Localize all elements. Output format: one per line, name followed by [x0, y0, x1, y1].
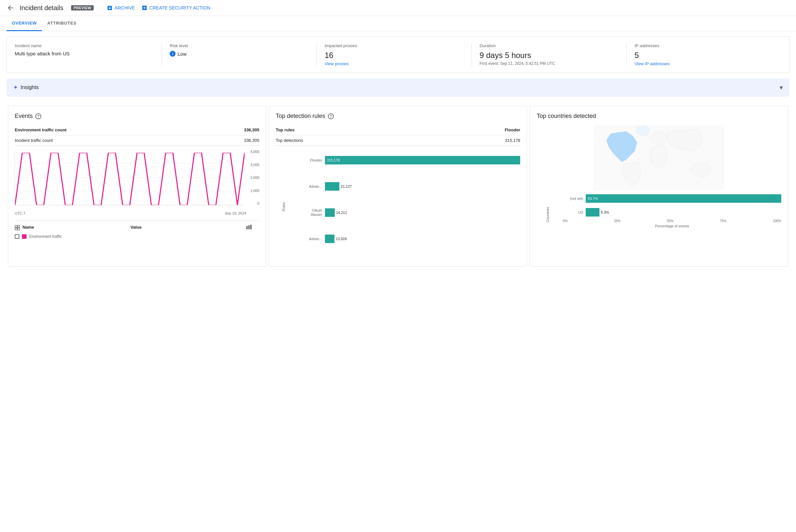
detection-rules-help-icon[interactable]: ?	[328, 113, 334, 119]
bar-value-oauth: 14,211	[336, 211, 347, 214]
bar-label-oauth: OAuthAbuser	[302, 208, 325, 217]
view-proxies-link[interactable]: View proxies	[325, 61, 463, 66]
risk-level-label: Risk level	[170, 43, 308, 48]
incident-info-card: Incident name Multi type attack from US …	[6, 36, 790, 73]
svg-rect-9	[246, 226, 248, 229]
bar-fill-flooder: 315,178	[325, 156, 520, 165]
svg-rect-10	[248, 225, 250, 229]
events-table: Environment traffic count 336,305 Incide…	[15, 125, 260, 146]
x-label-start: UTC-7	[15, 211, 25, 215]
preview-badge: PREVIEW	[71, 5, 93, 11]
bar-fill-oauth	[325, 208, 335, 217]
legend-header: Name Value	[15, 225, 260, 230]
y-label: 4,000	[250, 150, 260, 154]
svg-rect-7	[15, 228, 17, 230]
x-label-0: 0%	[563, 219, 567, 223]
x-label-100: 100%	[773, 219, 781, 223]
rules-summary-table: Top rules Flooder Top detections 315,178	[276, 125, 520, 146]
table-row: Top detections 315,178	[276, 135, 520, 146]
chart-plot-area	[15, 150, 245, 205]
bar-row-advan2: Advan... 13,924	[302, 232, 520, 245]
legend-row: Environment traffic	[15, 234, 260, 239]
world-map	[536, 125, 781, 190]
events-section: Events ? Environment traffic count 336,3…	[8, 106, 266, 267]
view-ip-addresses-link[interactable]: View IP addresses	[634, 61, 773, 66]
content-grid: Events ? Environment traffic count 336,3…	[6, 102, 790, 268]
country-bar-fill-not-set: 93.7%	[586, 194, 781, 203]
y-label: 1,000	[250, 189, 260, 193]
y-axis-labels: 4,000 3,000 2,000 1,000 0	[246, 150, 260, 205]
detection-rules-title-text: Top detection rules	[276, 113, 325, 119]
table-row: Environment traffic count 336,305	[15, 125, 260, 135]
risk-badge: i Low	[170, 51, 308, 57]
bar-label-advan1: Advan...	[302, 185, 325, 188]
sparkle-icon: ✦	[13, 84, 18, 91]
bar-row-oauth: OAuthAbuser 14,211	[302, 206, 520, 219]
env-traffic-value: 336,305	[204, 125, 260, 135]
country-x-axis: 0% 25% 50% 75% 100%	[563, 219, 781, 223]
bar-value-advan2: 13,924	[336, 237, 347, 241]
page-title: Incident details	[20, 4, 63, 12]
flooder-header: Flooder	[432, 125, 520, 135]
risk-icon: i	[170, 51, 175, 57]
legend-checkbox[interactable]	[15, 234, 19, 239]
y-label: 0	[258, 202, 260, 205]
bar-row-flooder: Flooder 315,178	[302, 154, 520, 167]
archive-label: ARCHIVE	[115, 5, 135, 11]
legend-name-col: Name	[15, 225, 130, 230]
legend-item-label: Environment traffic	[29, 234, 62, 239]
country-bar-fill-us	[586, 208, 600, 216]
insights-bar[interactable]: ✦ Insights ▾	[6, 78, 790, 97]
tab-attributes[interactable]: ATTRIBUTES	[42, 16, 81, 31]
first-event-text: First event: Sep 11, 2024, 5:42:51 PM UT…	[479, 61, 619, 66]
top-detections-label: Top detections	[276, 135, 432, 146]
bar-label-flooder: Flooder	[302, 158, 325, 162]
header-actions: ARCHIVE CREATE SECURITY ACTION	[107, 5, 210, 11]
incident-name-label: Incident name	[15, 43, 154, 48]
duration-label: Duration	[479, 43, 619, 48]
insights-label: ✦ Insights	[13, 84, 39, 91]
country-bar-value-not-set: 93.7%	[588, 196, 598, 201]
impacted-proxies-value: 16	[325, 51, 463, 60]
tab-overview[interactable]: OVERVIEW	[6, 16, 42, 31]
value-col-label: Value	[130, 225, 246, 230]
country-bar-value-us: 6.3%	[601, 210, 609, 214]
impacted-proxies-field: Impacted proxies 16 View proxies	[325, 43, 472, 66]
detection-rules-title: Top detection rules ?	[276, 113, 520, 119]
incident-name-field: Incident name Multi type attack from US	[15, 43, 162, 66]
top-countries-section: Top countries detected	[530, 106, 788, 267]
impacted-proxies-label: Impacted proxies	[325, 43, 463, 48]
bar-label-advan2: Advan...	[302, 237, 325, 241]
incident-traffic-label: Incident traffic count	[15, 135, 204, 146]
duration-field: Duration 9 days 5 hours First event: Sep…	[479, 43, 627, 66]
x-axis-labels: UTC-7 Sep 19, 2024	[15, 211, 246, 215]
svg-rect-6	[18, 225, 20, 227]
header: Incident details PREVIEW ARCHIVE CREATE …	[0, 0, 796, 16]
svg-rect-5	[15, 225, 17, 227]
tabs-bar: OVERVIEW ATTRIBUTES	[0, 16, 796, 31]
x-label-50: 50%	[667, 219, 674, 223]
country-x-axis-label: Percentage of events	[563, 224, 781, 228]
back-button[interactable]	[6, 4, 14, 12]
countries-y-axis-label: Countries	[546, 207, 550, 222]
bar-value-advan1: 21,127	[341, 185, 352, 188]
name-col-label: Name	[23, 225, 34, 230]
detection-rules-section: Top detection rules ? Top rules Flooder …	[269, 106, 527, 267]
x-label-end: Sep 19, 2024	[225, 211, 246, 215]
y-label: 3,000	[250, 163, 260, 167]
create-security-action-label: CREATE SECURITY ACTION	[149, 5, 210, 11]
events-title-text: Events	[15, 113, 33, 119]
country-chart: Countries (not set) 93.7% US 6.3% 0%	[536, 194, 781, 234]
incident-traffic-value: 336,305	[204, 135, 260, 146]
bar-row-advan1: Advan... 21,127	[302, 180, 520, 193]
events-help-icon[interactable]: ?	[35, 113, 41, 119]
country-bar-us: US 6.3%	[563, 208, 781, 216]
bar-chart-y-axis-label: Rules	[282, 202, 286, 211]
chevron-down-icon: ▾	[780, 83, 783, 91]
x-label-25: 25%	[614, 219, 621, 223]
archive-button[interactable]: ARCHIVE	[107, 5, 135, 11]
bar-fill-advan2	[325, 234, 335, 243]
create-security-action-button[interactable]: CREATE SECURITY ACTION	[141, 5, 210, 11]
country-label-not-set: (not set)	[563, 196, 586, 201]
y-label: 2,000	[250, 176, 260, 179]
